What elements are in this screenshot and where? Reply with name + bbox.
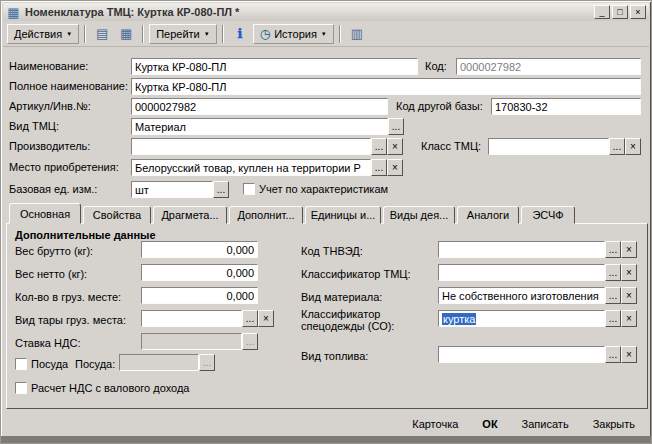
dropdown-caret-icon: ▼ — [321, 31, 327, 37]
goto-button[interactable]: Перейти ▼ — [149, 24, 217, 44]
window-title: Номенклатура ТМЦ: Куртка КР-080-ПЛ * — [25, 6, 592, 18]
window-icon-glyph: ▦ — [7, 6, 19, 19]
tmc-kind-value: Материал — [135, 121, 186, 133]
base-unit-label: Базовая ед. изм.: — [9, 181, 97, 198]
base-unit-input[interactable]: шт — [131, 181, 213, 198]
toolbar: Действия ▼ ▤ ▦ Перейти ▼ ℹ ◷ История ▼ ▥ — [3, 21, 649, 47]
manufacturer-select-button[interactable]: ... — [371, 138, 387, 155]
tab-additional[interactable]: Дополнит... — [229, 206, 303, 224]
toolbar-separator — [84, 25, 86, 43]
other-db-code-input[interactable]: 170830-32 — [491, 98, 641, 115]
name-input[interactable]: Куртка КР-080-ПЛ — [131, 58, 418, 75]
minimize-button[interactable]: _ — [594, 5, 610, 19]
nomenclature-card-window: ▦ Номенклатура ТМЦ: Куртка КР-080-ПЛ * _… — [0, 0, 652, 444]
manufacturer-clear-button[interactable]: × — [387, 138, 403, 155]
article-value: 0000027982 — [135, 101, 196, 113]
copy-button[interactable]: ▤ — [91, 24, 113, 44]
other-db-code-value: 170830-32 — [495, 101, 548, 113]
table-icon: ▦ — [120, 27, 132, 40]
dropdown-caret-icon: ▼ — [66, 31, 72, 37]
tab-units[interactable]: Единицы и... — [305, 206, 381, 224]
window-bottom-edge — [1, 436, 651, 443]
history-label: История — [274, 28, 317, 40]
purchase-place-select-button[interactable]: ... — [371, 159, 387, 176]
dropdown-caret-icon: ▼ — [204, 31, 210, 37]
tmc-class-select-button[interactable]: ... — [609, 138, 625, 155]
tab-activities[interactable]: Виды дея... — [383, 206, 455, 224]
tab-main[interactable]: Основная — [9, 203, 81, 224]
actions-button[interactable]: Действия ▼ — [7, 24, 79, 44]
full-name-label: Полное наименование: — [9, 78, 128, 95]
char-accounting-label: Учет по характеристикам — [259, 181, 388, 198]
window-icon: ▦ — [6, 6, 21, 19]
manufacturer-label: Производитель: — [9, 138, 90, 155]
tab-panel — [6, 223, 648, 409]
base-unit-select-button[interactable]: ... — [213, 181, 229, 198]
copy-icon: ▤ — [96, 27, 108, 40]
clock-icon: ◷ — [260, 28, 270, 40]
char-accounting-checkbox[interactable] — [243, 183, 255, 195]
goto-label: Перейти — [156, 28, 200, 40]
table-button[interactable]: ▦ — [115, 24, 137, 44]
close-button[interactable]: × — [630, 5, 646, 19]
article-label: Артикул/Инв.№: — [9, 98, 91, 115]
full-name-value: Куртка КР-080-ПЛ — [135, 81, 226, 93]
purchase-place-label: Место приобретения: — [9, 159, 119, 176]
table-search-icon: ▥ — [351, 27, 363, 40]
tmc-class-label: Класс ТМЦ: — [421, 138, 481, 155]
manufacturer-input[interactable] — [131, 138, 371, 155]
close-window-button[interactable]: Закрыть — [591, 417, 637, 431]
toolbar-separator — [142, 25, 144, 43]
tmc-kind-input[interactable]: Материал — [131, 118, 388, 135]
tab-precious-metals[interactable]: Драгмета... — [153, 206, 227, 224]
purchase-place-input[interactable]: Белорусский товар, куплен на территории … — [131, 159, 371, 176]
name-label: Наименование: — [9, 58, 88, 75]
tab-eschf[interactable]: ЭСЧФ — [521, 206, 575, 224]
other-db-code-label: Код другой базы: — [396, 98, 483, 115]
full-name-input[interactable]: Куртка КР-080-ПЛ — [131, 78, 641, 95]
name-value: Куртка КР-080-ПЛ — [135, 61, 226, 73]
history-button[interactable]: ◷ История ▼ — [253, 24, 334, 44]
maximize-button[interactable]: □ — [612, 5, 628, 19]
tmc-class-input[interactable] — [488, 138, 609, 155]
code-value: 0000027982 — [460, 61, 521, 73]
code-field: 0000027982 — [456, 58, 641, 75]
title-bar[interactable]: ▦ Номенклатура ТМЦ: Куртка КР-080-ПЛ * _… — [3, 3, 649, 21]
ok-button[interactable]: ОК — [480, 417, 499, 431]
tmc-kind-label: Вид ТМЦ: — [9, 118, 59, 135]
tmc-kind-select-button[interactable]: ... — [388, 118, 404, 135]
card-button[interactable]: Карточка — [410, 417, 460, 431]
code-label: Код: — [425, 58, 447, 75]
footer-buttons: Карточка ОК Записать Закрыть — [410, 415, 637, 433]
info-icon: ℹ — [237, 27, 242, 40]
info-button[interactable]: ℹ — [229, 24, 251, 44]
toolbar-separator — [222, 25, 224, 43]
toolbar-separator — [339, 25, 341, 43]
save-button[interactable]: Записать — [520, 417, 571, 431]
article-input[interactable]: 0000027982 — [131, 98, 388, 115]
base-unit-value: шт — [135, 184, 149, 196]
table-search-button[interactable]: ▥ — [346, 24, 368, 44]
purchase-place-clear-button[interactable]: × — [387, 159, 403, 176]
purchase-place-value: Белорусский товар, куплен на территории … — [135, 162, 361, 174]
tab-analogs[interactable]: Аналоги — [457, 206, 519, 224]
actions-label: Действия — [14, 28, 62, 40]
tab-properties[interactable]: Свойства — [83, 206, 151, 224]
tmc-class-clear-button[interactable]: × — [625, 138, 641, 155]
